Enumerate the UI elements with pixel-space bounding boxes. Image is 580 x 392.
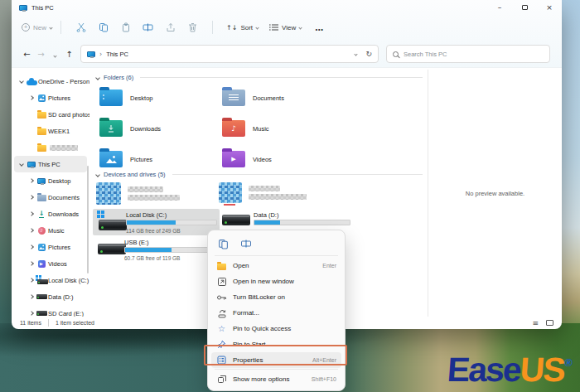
- chevron-right-icon[interactable]: [29, 178, 34, 183]
- window-title: This PC: [31, 4, 54, 12]
- sidebar-item-redacted[interactable]: [12, 139, 89, 156]
- sidebar-item-local-disk-c[interactable]: Local Disk (C:): [12, 272, 89, 288]
- redacted-drive-icon: [96, 182, 121, 205]
- pin-icon: [216, 340, 227, 349]
- chevron-right-icon[interactable]: [29, 278, 34, 283]
- chevron-right-icon[interactable]: [29, 211, 34, 216]
- sidebar-item-pictures-onedrive[interactable]: Pictures: [12, 90, 89, 106]
- title-bar[interactable]: This PC – ×: [12, 0, 562, 15]
- back-button[interactable]: ←: [20, 50, 34, 59]
- context-menu-item-pin-to-quick-access[interactable]: ☆ Pin to Quick access: [211, 321, 341, 336]
- see-more-button[interactable]: …: [315, 23, 324, 32]
- rename-button[interactable]: [137, 18, 159, 36]
- rename-button[interactable]: [238, 236, 254, 251]
- context-menu-item-open[interactable]: Open Enter: [211, 258, 341, 273]
- search-input[interactable]: [404, 51, 528, 58]
- paste-button[interactable]: [114, 18, 137, 36]
- folder-downloads[interactable]: Downloads: [99, 117, 217, 140]
- context-menu-item-pin-to-start[interactable]: Pin to Start: [211, 336, 341, 352]
- collapse-icon[interactable]: [95, 75, 100, 80]
- address-bar[interactable]: › This PC ↻: [80, 45, 379, 63]
- group-rule: [140, 77, 423, 78]
- sidebar-item-music[interactable]: ♪ Music: [12, 222, 89, 239]
- refresh-icon[interactable]: ↻: [365, 50, 372, 58]
- this-pc-icon: [27, 162, 36, 167]
- folder-pictures[interactable]: Pictures: [99, 148, 217, 171]
- rename-icon: [240, 239, 252, 249]
- drives-group-header[interactable]: Devices and drives (5): [96, 171, 423, 178]
- context-menu-item-open-new-window[interactable]: Open in new window: [211, 273, 341, 289]
- breadcrumb[interactable]: This PC: [106, 51, 128, 58]
- preview-message: No preview available.: [466, 190, 524, 197]
- sidebar-item-data-d[interactable]: Data (D:): [12, 288, 89, 305]
- sidebar-item-onedrive[interactable]: OneDrive - Personal: [12, 73, 89, 90]
- sidebar-item-label: Music: [48, 227, 65, 235]
- capacity-text: 60.7 GB free of 119 GB: [124, 255, 180, 261]
- menu-item-label: Turn BitLocker on: [233, 293, 285, 301]
- drive-redacted-2[interactable]: [219, 182, 307, 203]
- close-button[interactable]: ×: [537, 0, 562, 15]
- folder-videos[interactable]: ▶ Videos: [222, 148, 340, 171]
- command-bar: + New ↑↓ Sort View …: [12, 15, 562, 40]
- context-menu-item-format[interactable]: Format...: [211, 305, 341, 321]
- capacity-bar: [124, 247, 218, 253]
- sidebar-item-week1[interactable]: WEEK1: [12, 123, 89, 139]
- chevron-right-icon[interactable]: [29, 95, 34, 100]
- folder-label: Pictures: [130, 156, 152, 163]
- copy-button[interactable]: [92, 18, 114, 36]
- hard-drive-icon: [99, 220, 127, 230]
- context-menu-item-show-more-options[interactable]: Show more options Shift+F10: [211, 371, 341, 387]
- collapse-icon[interactable]: [95, 172, 100, 177]
- chevron-right-icon[interactable]: [29, 244, 34, 249]
- sidebar-scrollbar[interactable]: [87, 166, 89, 273]
- sidebar-item-sd-card-e[interactable]: SD Card (E:): [12, 305, 89, 317]
- chevron-down-icon[interactable]: [19, 79, 24, 84]
- chevron-down-icon[interactable]: [19, 162, 24, 167]
- sidebar-item-sd-card-photos[interactable]: SD card photos: [12, 106, 89, 123]
- folder-icon: [216, 262, 227, 270]
- folder-documents[interactable]: Documents: [222, 86, 340, 109]
- context-menu-item-turn-bitlocker-on[interactable]: Turn BitLocker on: [211, 289, 341, 305]
- cut-button[interactable]: [70, 18, 92, 36]
- chevron-right-icon[interactable]: [29, 294, 34, 299]
- delete-button[interactable]: [181, 18, 204, 36]
- sidebar-item-this-pc[interactable]: This PC: [14, 156, 87, 172]
- minimize-button[interactable]: –: [487, 0, 512, 15]
- drive-local-disk-c[interactable]: Local Disk (C:) 114 GB free of 249 GB: [93, 209, 220, 235]
- context-menu-item-properties[interactable]: Properties Alt+Enter: [211, 352, 341, 368]
- folders-group-header[interactable]: Folders (6): [96, 74, 423, 81]
- menu-item-label: Open: [233, 262, 249, 269]
- sidebar-item-desktop[interactable]: Desktop: [12, 172, 89, 189]
- forward-button[interactable]: →: [34, 50, 48, 59]
- redacted-underline: [224, 204, 235, 206]
- sidebar-item-downloads[interactable]: ↓ Downloads: [12, 206, 89, 222]
- up-button[interactable]: ↑: [62, 50, 76, 59]
- folder-music[interactable]: ♪ Music: [222, 117, 340, 140]
- drive-redacted-1[interactable]: [96, 182, 180, 205]
- maximize-button[interactable]: [512, 0, 537, 15]
- share-button[interactable]: [159, 18, 181, 36]
- large-thumbnails-icon[interactable]: [546, 320, 553, 326]
- view-button[interactable]: View: [268, 23, 302, 31]
- capacity-bar: [254, 220, 350, 225]
- recent-locations-button[interactable]: [48, 50, 62, 59]
- new-button[interactable]: + New: [22, 23, 52, 31]
- folder-desktop[interactable]: Desktop: [99, 86, 217, 109]
- sidebar-item-videos[interactable]: ▶ Videos: [12, 255, 89, 272]
- search-box[interactable]: [386, 45, 550, 63]
- copy-button[interactable]: [215, 236, 231, 251]
- sort-button[interactable]: ↑↓ Sort: [226, 24, 259, 31]
- music-icon: ♪: [38, 227, 46, 235]
- view-button-label: View: [282, 24, 296, 31]
- sidebar-item-documents[interactable]: Documents: [12, 189, 89, 206]
- chevron-right-icon[interactable]: [29, 195, 34, 200]
- sidebar-item-pictures[interactable]: Pictures: [12, 239, 89, 255]
- address-dropdown-icon[interactable]: [355, 52, 358, 56]
- details-view-icon[interactable]: ≡: [532, 319, 539, 327]
- pictures-icon: [38, 244, 46, 251]
- chevron-right-icon[interactable]: [29, 311, 34, 316]
- chevron-right-icon[interactable]: [29, 261, 34, 266]
- folder-icon: [37, 112, 46, 119]
- registered-mark: ®: [564, 356, 573, 369]
- chevron-right-icon[interactable]: [29, 228, 34, 233]
